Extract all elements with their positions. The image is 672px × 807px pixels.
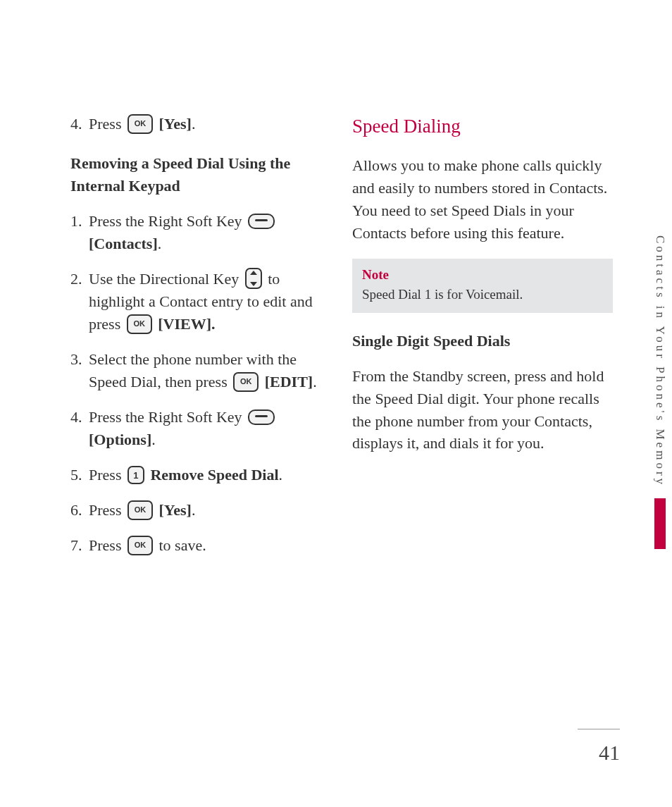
text-bold: Remove Speed Dial — [150, 466, 278, 483]
step-number: 2. — [70, 268, 89, 336]
ok-key-icon: OK — [127, 314, 152, 334]
page-rule — [578, 729, 620, 729]
text: . — [279, 466, 283, 483]
text: . — [192, 501, 196, 519]
text: . — [313, 373, 317, 390]
paragraph: Allows you to make phone calls quickly a… — [352, 154, 613, 245]
note-box: Note Speed Dial 1 is for Voicemail. — [352, 259, 613, 313]
side-tab-label: Contacts in Your Phone's Memory — [653, 233, 667, 498]
text: Press the Right Soft Key — [89, 408, 246, 426]
step-1: 1. Press the Right Soft Key [Contacts]. — [70, 210, 324, 255]
text: Press — [89, 501, 125, 519]
step-2: 2. Use the Directional Key to highlight … — [70, 268, 324, 336]
step-4-top: 4. Press OK [Yes]. — [70, 113, 324, 135]
side-tab-marker — [654, 498, 666, 549]
step-number: 1. — [70, 210, 89, 255]
left-column: 4. Press OK [Yes]. Removing a Speed Dial… — [70, 113, 324, 569]
ok-key-icon: OK — [127, 114, 153, 134]
step-body: Select the phone number with the Speed D… — [89, 348, 324, 393]
step-6: 6. Press OK [Yes]. — [70, 499, 324, 522]
step-number: 5. — [70, 464, 89, 486]
page-content: 4. Press OK [Yes]. Removing a Speed Dial… — [0, 0, 672, 612]
step-body: Press OK [Yes]. — [89, 113, 324, 135]
text-bold: [Options] — [89, 431, 151, 448]
step-7: 7. Press OK to save. — [70, 534, 324, 557]
text-bold: [EDIT] — [265, 373, 313, 390]
ok-key-icon: OK — [233, 372, 259, 392]
side-tab: Contacts in Your Phone's Memory — [648, 233, 672, 549]
text: Press — [89, 115, 125, 133]
text: . — [158, 235, 162, 252]
text-bold: [Yes] — [158, 501, 191, 519]
text: Press the Right Soft Key — [89, 212, 246, 230]
text-bold: [Yes] — [158, 115, 191, 133]
text: Press — [89, 536, 125, 554]
ok-key-icon: OK — [127, 500, 153, 520]
step-body: Use the Directional Key to highlight a C… — [89, 268, 324, 336]
step-body: Press OK [Yes]. — [89, 499, 324, 522]
subheading: Removing a Speed Dial Using the Internal… — [70, 152, 324, 197]
softkey-icon — [248, 409, 275, 425]
ok-key-icon: OK — [127, 536, 153, 555]
step-number: 4. — [70, 113, 89, 135]
note-title: Note — [362, 266, 603, 285]
text: Press — [89, 466, 125, 483]
step-body: Press 1 Remove Speed Dial. — [89, 464, 324, 486]
one-key-icon: 1 — [127, 466, 144, 484]
step-number: 3. — [70, 348, 89, 393]
text-bold: [Contacts] — [89, 235, 158, 252]
step-4: 4. Press the Right Soft Key [Options]. — [70, 406, 324, 451]
step-number: 7. — [70, 534, 89, 557]
text: Use the Directional Key — [89, 270, 243, 288]
text: . — [192, 115, 196, 133]
step-body: Press the Right Soft Key [Options]. — [89, 406, 324, 451]
step-3: 3. Select the phone number with the Spee… — [70, 348, 324, 393]
paragraph: From the Standby screen, press and hold … — [352, 365, 613, 455]
text: to save. — [158, 536, 206, 554]
step-body: Press the Right Soft Key [Contacts]. — [89, 210, 324, 255]
directional-key-icon — [245, 268, 262, 289]
text: . — [151, 431, 156, 448]
step-body: Press OK to save. — [89, 534, 324, 557]
text-bold: [VIEW]. — [158, 315, 215, 333]
softkey-icon — [248, 214, 275, 229]
step-5: 5. Press 1 Remove Speed Dial. — [70, 464, 324, 486]
note-body: Speed Dial 1 is for Voicemail. — [362, 285, 603, 304]
step-number: 4. — [70, 406, 89, 451]
right-column: Speed Dialing Allows you to make phone c… — [352, 113, 613, 569]
subheading: Single Digit Speed Dials — [352, 330, 613, 352]
step-number: 6. — [70, 499, 89, 522]
page-number: 41 — [599, 741, 620, 765]
section-title: Speed Dialing — [352, 113, 613, 140]
